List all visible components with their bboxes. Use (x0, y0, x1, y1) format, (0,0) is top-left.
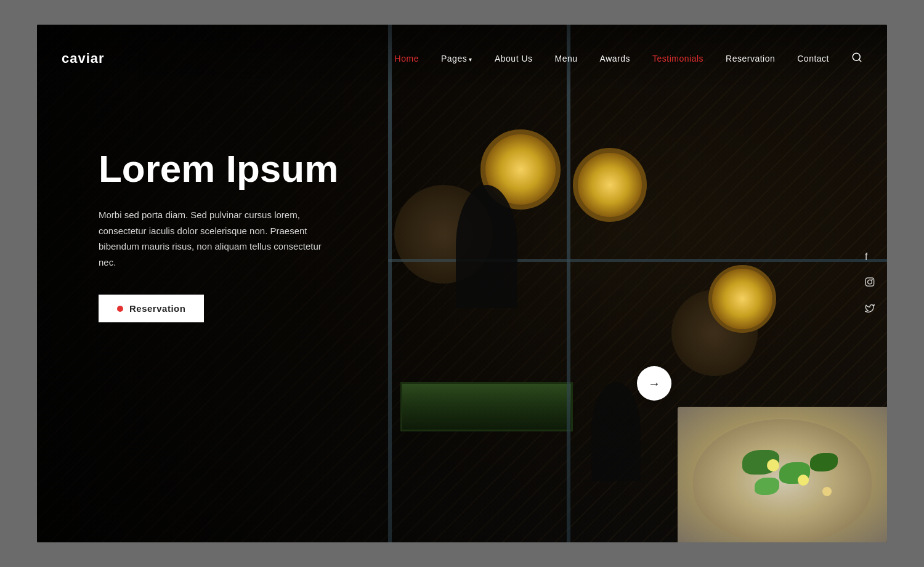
food-bowl (693, 419, 872, 542)
nav-link-home[interactable]: Home (395, 54, 419, 63)
social-bar: f (865, 251, 875, 316)
nav-link-contact[interactable]: Contact (797, 54, 829, 63)
plant-box (400, 382, 573, 431)
instagram-icon[interactable] (865, 277, 875, 289)
nav-item-reservation[interactable]: Reservation (726, 53, 775, 64)
next-slide-button[interactable] (637, 366, 671, 401)
site-logo[interactable]: caviar (62, 51, 105, 67)
search-icon[interactable] (851, 54, 862, 65)
nav-link-awards[interactable]: Awards (600, 54, 630, 63)
hero-description: Morbi sed porta diam. Sed pulvinar cursu… (99, 207, 333, 270)
nav-item-home[interactable]: Home (395, 53, 419, 64)
nav-link-testimonials[interactable]: Testimonials (652, 54, 703, 63)
svg-rect-0 (865, 278, 873, 286)
nav-item-menu[interactable]: Menu (555, 53, 578, 64)
structural-divider-v1 (388, 25, 392, 542)
nav-link-reservation[interactable]: Reservation (726, 54, 775, 63)
food-greens (730, 444, 853, 524)
twitter-icon[interactable] (865, 304, 875, 316)
nav-links: Home Pages About Us Menu Awards Testimon… (395, 52, 862, 65)
food-lemon-2 (798, 475, 809, 486)
facebook-icon[interactable]: f (865, 251, 875, 263)
nav-link-menu[interactable]: Menu (555, 54, 578, 63)
svg-point-1 (868, 280, 872, 284)
nav-item-pages[interactable]: Pages (441, 53, 472, 64)
nav-item-about[interactable]: About Us (495, 53, 533, 64)
navbar: caviar Home Pages About Us Menu Awards (37, 25, 887, 92)
nav-link-about[interactable]: About Us (495, 54, 533, 63)
nav-link-pages[interactable]: Pages (441, 54, 472, 63)
hero-content: Lorem Ipsum Morbi sed porta diam. Sed pu… (99, 148, 338, 322)
pendant-lamp-3 (708, 265, 776, 333)
pendant-lamp-2 (573, 148, 647, 222)
food-piece-5 (822, 487, 832, 496)
nav-item-testimonials[interactable]: Testimonials (652, 53, 703, 64)
nav-item-contact[interactable]: Contact (797, 53, 829, 64)
food-image (678, 407, 887, 542)
food-lemon (767, 459, 779, 471)
site-container: f caviar Home P (37, 25, 887, 542)
hero-title: Lorem Ipsum (99, 148, 338, 190)
reservation-button[interactable]: Reservation (99, 295, 204, 322)
reservation-btn-label: Reservation (129, 303, 185, 314)
nav-item-search[interactable] (851, 52, 862, 65)
structural-divider-v2 (567, 25, 570, 542)
person-silhouette-1 (456, 185, 517, 308)
svg-point-2 (872, 279, 873, 280)
nav-item-awards[interactable]: Awards (600, 53, 630, 64)
food-piece-4 (755, 478, 779, 495)
outer-wrapper: f caviar Home P (0, 0, 924, 567)
btn-dot-icon (117, 306, 123, 312)
food-piece-3 (810, 453, 838, 471)
person-silhouette-2 (591, 382, 641, 481)
svg-line-4 (859, 59, 861, 61)
